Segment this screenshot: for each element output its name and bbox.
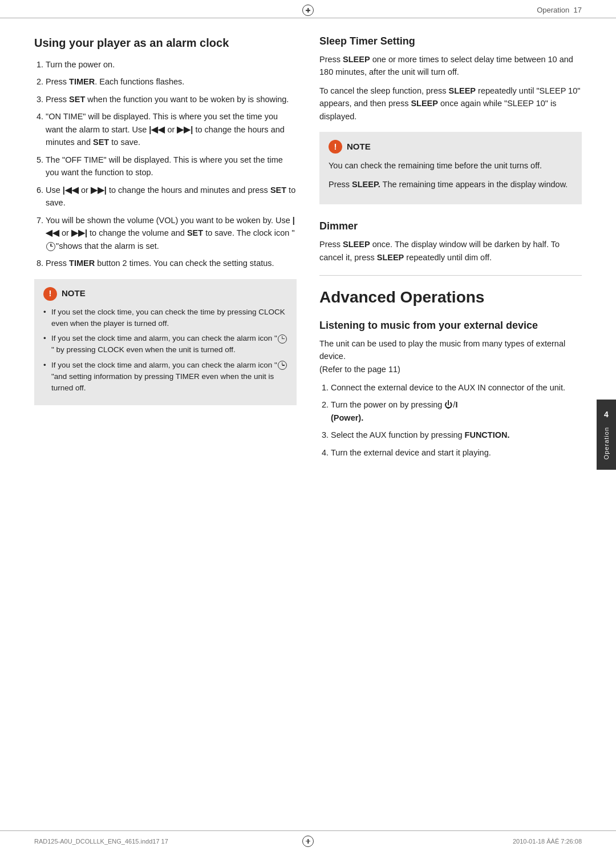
- bottom-compass: [302, 836, 314, 847]
- sleep-note-icon: !: [329, 140, 342, 154]
- alarm-step-1: Turn the power on.: [46, 58, 297, 71]
- listening-step-2: Turn the power on by pressing ⏻/I(Power)…: [331, 398, 582, 424]
- alarm-steps-list: Turn the power on. Press TIMER. Each fun…: [34, 58, 297, 270]
- alarm-note-icon: !: [43, 287, 57, 301]
- section-divider: [319, 275, 582, 276]
- listening-section: Listening to music from your external de…: [319, 320, 582, 459]
- alarm-step-3: Press SET when the function you want to …: [46, 93, 297, 106]
- sleep-para1: Press SLEEP one or more times to select …: [319, 53, 582, 79]
- top-bar: Operation 17: [0, 0, 616, 18]
- sleep-note-header: ! NOTE: [329, 140, 573, 154]
- bottom-bar: RAD125-A0U_DCOLLLK_ENG_4615.indd17 17 20…: [0, 830, 616, 851]
- alarm-step-7: You will be shown the volume (VOL) you w…: [46, 214, 297, 252]
- sidebar-number: 4: [604, 410, 609, 419]
- sleep-note-label: NOTE: [347, 140, 371, 154]
- compass-icon-top: [302, 5, 314, 16]
- sleep-note-line1: You can check the remaining time before …: [329, 159, 573, 172]
- alarm-step-8: Press TIMER button 2 times. You can chec…: [46, 257, 297, 269]
- alarm-step-6: Use |◀◀ or ▶▶| to change the hours and m…: [46, 184, 297, 209]
- listening-step-1: Connect the external device to the AUX I…: [331, 381, 582, 394]
- listening-para1b: (Refer to the page 11): [319, 365, 400, 374]
- sleep-title: Sleep Timer Setting: [319, 35, 582, 47]
- advanced-title: Advanced Operations: [319, 287, 582, 308]
- top-compass: [302, 5, 314, 16]
- listening-title: Listening to music from your external de…: [319, 320, 582, 332]
- listening-para1: The unit can be used to play the music f…: [319, 337, 582, 376]
- sidebar-label: Operation: [603, 427, 610, 459]
- left-column: Using your player as an alarm clock Turn…: [34, 35, 297, 467]
- advanced-section: Advanced Operations Listening to music f…: [319, 287, 582, 459]
- listening-steps-list: Connect the external device to the AUX I…: [319, 381, 582, 459]
- alarm-note-label: NOTE: [62, 287, 86, 300]
- alarm-section: Using your player as an alarm clock Turn…: [34, 35, 297, 405]
- alarm-step-5: The "OFF TIME" will be displayed. This i…: [46, 154, 297, 179]
- footer-right: 2010-01-18 ÂÀÊ 7:26:08: [513, 838, 582, 845]
- alarm-note-header: ! NOTE: [43, 287, 287, 301]
- alarm-note-bullet-1: If you set the clock time, you can check…: [43, 306, 287, 330]
- listening-step-3: Select the AUX function by pressing FUNC…: [331, 429, 582, 441]
- alarm-step-4: "ON TIME" will be displayed. This is whe…: [46, 110, 297, 148]
- alarm-note-bullets: If you set the clock time, you can check…: [43, 306, 287, 394]
- sleep-note-box: ! NOTE You can check the remaining time …: [319, 132, 582, 204]
- listening-step-4: Turn the external device and start it pl…: [331, 446, 582, 459]
- right-column: Sleep Timer Setting Press SLEEP one or m…: [319, 35, 582, 467]
- dimmer-section: Dimmer Press SLEEP once. The display win…: [319, 220, 582, 264]
- sleep-note-line2: Press SLEEP. The remaining time appears …: [329, 178, 573, 191]
- footer-left: RAD125-A0U_DCOLLLK_ENG_4615.indd17 17: [34, 838, 168, 845]
- alarm-note-box: ! NOTE If you set the clock time, you ca…: [34, 279, 297, 406]
- dimmer-title: Dimmer: [319, 220, 582, 232]
- right-sidebar-tab: 4 Operation: [597, 400, 616, 470]
- sleep-section: Sleep Timer Setting Press SLEEP one or m…: [319, 35, 582, 204]
- header-page-number: 17: [574, 6, 582, 14]
- main-content: Using your player as an alarm clock Turn…: [0, 18, 616, 484]
- header-section: Operation: [537, 6, 569, 14]
- compass-icon-bottom: [302, 836, 314, 847]
- sleep-para2: To cancel the sleep function, press SLEE…: [319, 84, 582, 123]
- alarm-note-bullet-2: If you set the clock time and alarm, you…: [43, 333, 287, 356]
- alarm-step-2: Press TIMER. Each functions flashes.: [46, 75, 297, 88]
- page-container: Operation 17 4 Operation Using your play…: [0, 0, 616, 851]
- alarm-note-bullet-3: If you set the clock time and alarm, you…: [43, 360, 287, 394]
- alarm-title: Using your player as an alarm clock: [34, 35, 297, 50]
- dimmer-para: Press SLEEP once. The display window wil…: [319, 238, 582, 264]
